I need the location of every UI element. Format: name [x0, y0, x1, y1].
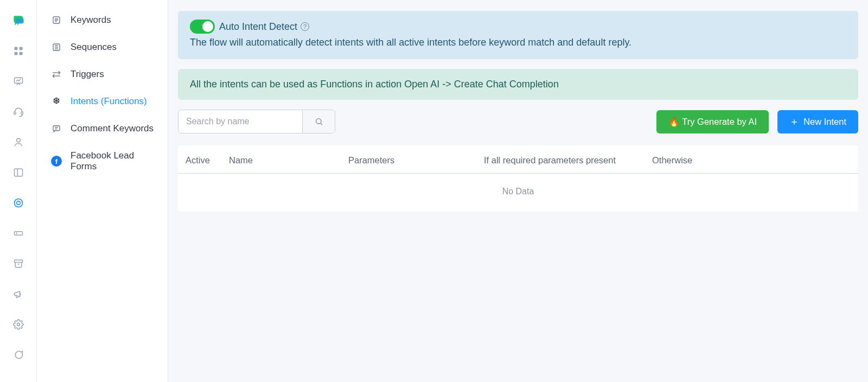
icon-rail [0, 0, 37, 382]
rail-megaphone-icon[interactable] [8, 283, 29, 305]
svg-rect-6 [21, 112, 23, 114]
sidebar-item-label: Keywords [71, 15, 111, 26]
help-icon[interactable]: ? [301, 22, 309, 31]
intents-table: Active Name Parameters If all required p… [178, 145, 858, 212]
new-intent-label: New Intent [803, 117, 846, 127]
rail-settings-icon[interactable] [8, 314, 29, 335]
sidebar-item-label: Intents (Functions) [71, 96, 147, 107]
search-input[interactable] [178, 110, 302, 133]
sidebar-item-label: Triggers [71, 69, 104, 80]
search-button[interactable] [302, 110, 335, 133]
rail-layout-icon[interactable] [8, 162, 29, 183]
trigger-icon [51, 69, 62, 80]
svg-point-7 [16, 138, 20, 142]
svg-rect-1 [19, 47, 22, 50]
auto-intent-toggle-label: Auto Intent Detect [219, 21, 297, 33]
rail-user-icon[interactable] [8, 131, 29, 153]
sidebar-item-label: Facebook Lead Forms [71, 150, 157, 172]
svg-point-10 [14, 199, 22, 207]
svg-rect-5 [14, 112, 15, 114]
sidebar-item-label: Sequences [71, 42, 117, 53]
auto-intent-banner: Auto Intent Detect ? The flow will autom… [178, 11, 858, 59]
auto-intent-description: The flow will automatically detect inten… [190, 37, 846, 48]
sidebar-item-facebook-lead-forms[interactable]: f Facebook Lead Forms [37, 142, 168, 180]
col-header-parameters: Parameters [348, 155, 484, 165]
table-header-row: Active Name Parameters If all required p… [178, 145, 858, 174]
svg-rect-3 [19, 52, 22, 55]
svg-rect-2 [14, 52, 17, 55]
table-empty-state: No Data [178, 174, 858, 212]
sidebar-item-comment-keywords[interactable]: Comment Keywords [37, 115, 168, 142]
sequence-icon [51, 42, 62, 53]
plus-icon: ＋ [789, 117, 799, 126]
svg-point-16 [17, 323, 20, 326]
svg-rect-14 [14, 260, 22, 262]
col-header-otherwise: Otherwise [652, 155, 851, 165]
facebook-icon: f [51, 156, 62, 167]
search-wrap [178, 110, 335, 133]
info-banner: All the intents can be used as Functions… [178, 69, 858, 100]
comment-icon [51, 123, 62, 134]
svg-point-11 [16, 201, 20, 205]
openai-icon [51, 96, 62, 107]
app-logo-icon[interactable] [8, 10, 29, 31]
col-header-if-all: If all required parameters present [484, 155, 652, 165]
auto-intent-toggle[interactable] [190, 20, 215, 34]
sidebar-item-keywords[interactable]: Keywords [37, 7, 168, 34]
sidebar-item-sequences[interactable]: Sequences [37, 34, 168, 61]
rail-archive-icon[interactable] [8, 253, 29, 275]
rail-dashboard-icon[interactable] [8, 40, 29, 62]
sidebar-item-intents[interactable]: Intents (Functions) [37, 88, 168, 115]
col-header-name: Name [229, 155, 348, 165]
svg-rect-12 [14, 232, 22, 235]
info-banner-text: All the intents can be used as Functions… [190, 79, 559, 90]
col-header-active: Active [186, 155, 229, 165]
rail-presentation-icon[interactable] [8, 71, 29, 92]
svg-rect-0 [14, 47, 17, 50]
sub-sidebar: Keywords Sequences Triggers Intents (Fun… [37, 0, 168, 382]
new-intent-button[interactable]: ＋ New Intent [777, 110, 858, 133]
rail-support-icon[interactable] [8, 101, 29, 123]
rail-chat-icon[interactable] [8, 344, 29, 366]
try-generate-ai-label: 🔥 Try Generate by AI [668, 117, 757, 127]
sidebar-item-label: Comment Keywords [71, 123, 154, 134]
rail-automation-icon[interactable] [8, 192, 29, 214]
svg-rect-8 [14, 169, 22, 176]
toolbar: 🔥 Try Generate by AI ＋ New Intent [178, 110, 858, 133]
list-icon [51, 15, 62, 26]
svg-rect-25 [53, 126, 60, 131]
svg-point-28 [316, 119, 321, 124]
rail-field-icon[interactable] [8, 222, 29, 244]
svg-line-29 [321, 123, 322, 125]
try-generate-ai-button[interactable]: 🔥 Try Generate by AI [656, 110, 769, 133]
sidebar-item-triggers[interactable]: Triggers [37, 61, 168, 88]
main-content: Auto Intent Detect ? The flow will autom… [168, 0, 868, 382]
